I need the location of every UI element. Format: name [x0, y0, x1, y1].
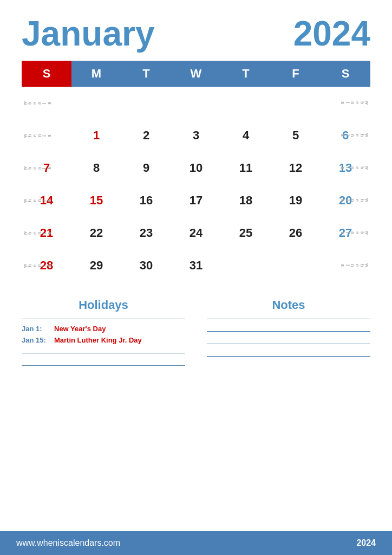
- col-thursday: T: [221, 61, 271, 87]
- day-21: 21 whenis: [22, 217, 71, 249]
- calendar-page: January 2024 S M T W T F S whenis: [0, 0, 392, 555]
- col-monday: M: [71, 61, 121, 87]
- col-tuesday: T: [121, 61, 171, 87]
- day-11: 11: [221, 152, 271, 184]
- holidays-title: Holidays: [22, 298, 185, 312]
- day-7: 7 whenis: [22, 152, 71, 184]
- day-8: 8: [71, 152, 121, 184]
- note-line-1: [207, 319, 370, 319]
- day-31: 31: [171, 249, 221, 282]
- day-2: 2: [121, 119, 171, 152]
- day-empty: [271, 249, 321, 282]
- day-22: 22: [71, 217, 121, 249]
- day-25: 25: [221, 217, 271, 249]
- week-row: whenis whenis: [22, 87, 370, 119]
- day-16: 16: [121, 184, 171, 217]
- note-line-4: [207, 356, 370, 357]
- day-3: 3: [171, 119, 221, 152]
- holiday-date-1: Jan 1:: [22, 325, 54, 333]
- day-18: 18: [221, 184, 271, 217]
- day-20: 20 whenis: [321, 184, 370, 217]
- day-cell: [121, 87, 171, 119]
- footer: www.wheniscalendars.com 2024: [0, 531, 392, 555]
- col-wednesday: W: [171, 61, 221, 87]
- day-empty: whenis: [321, 249, 370, 282]
- day-26: 26: [271, 217, 321, 249]
- day-empty: [221, 249, 271, 282]
- day-4: 4: [221, 119, 271, 152]
- day-29: 29: [71, 249, 121, 282]
- day-1: 1: [71, 119, 121, 152]
- holiday-entry-1: Jan 1: New Year's Day: [22, 325, 185, 333]
- day-cell: [71, 87, 121, 119]
- calendar-header-row: S M T W T F S: [22, 61, 370, 87]
- col-sunday: S: [22, 61, 71, 87]
- note-line-3: [207, 344, 370, 344]
- holiday-line-3: [22, 353, 185, 353]
- day-cell: whenis: [22, 87, 71, 119]
- col-friday: F: [271, 61, 321, 87]
- col-saturday: S: [321, 61, 370, 87]
- holiday-entry-2: Jan 15: Martin Luther King Jr. Day: [22, 336, 185, 344]
- holidays-divider: [22, 319, 185, 319]
- calendar-body: whenis whenis whenis 1 2 3 4: [22, 87, 370, 282]
- day-cell: whenis: [321, 87, 370, 119]
- day-5: 5: [271, 119, 321, 152]
- day-13: 13 whenis: [321, 152, 370, 184]
- day-28: 28 whenis: [22, 249, 71, 282]
- day-19: 19: [271, 184, 321, 217]
- day-17: 17: [171, 184, 221, 217]
- calendar-header: January 2024: [22, 16, 370, 51]
- week-row: 14 whenis 15 16 17 18 19 20 whenis: [22, 184, 370, 217]
- notes-title: Notes: [207, 298, 370, 312]
- holidays-section: Holidays Jan 1: New Year's Day Jan 15: M…: [22, 298, 196, 522]
- day-30: 30: [121, 249, 171, 282]
- holiday-name-2: Martin Luther King Jr. Day: [54, 336, 142, 344]
- holiday-date-2: Jan 15:: [22, 336, 54, 344]
- year-title: 2024: [293, 16, 370, 51]
- holiday-name-1: New Year's Day: [54, 325, 106, 333]
- footer-year: 2024: [356, 538, 376, 548]
- bottom-section: Holidays Jan 1: New Year's Day Jan 15: M…: [22, 298, 370, 555]
- note-line-2: [207, 331, 370, 332]
- day-14: 14 whenis: [22, 184, 71, 217]
- day-9: 9: [121, 152, 171, 184]
- day-cell: [271, 87, 321, 119]
- calendar-table: S M T W T F S whenis whenis: [22, 61, 370, 282]
- day-12: 12: [271, 152, 321, 184]
- day-cell: whenis: [22, 119, 71, 152]
- day-27: 27 whenis: [321, 217, 370, 249]
- day-23: 23: [121, 217, 171, 249]
- day-cell: [171, 87, 221, 119]
- week-row: whenis 1 2 3 4 5 6 whenis: [22, 119, 370, 152]
- week-row: 28 whenis 29 30 31 whenis: [22, 249, 370, 282]
- day-10: 10: [171, 152, 221, 184]
- day-cell: [221, 87, 271, 119]
- month-title: January: [22, 16, 154, 51]
- footer-url: www.wheniscalendars.com: [16, 538, 120, 548]
- holiday-line-4: [22, 365, 185, 366]
- day-15: 15: [71, 184, 121, 217]
- week-row: 7 whenis 8 9 10 11 12 13 whenis: [22, 152, 370, 184]
- day-6: 6 whenis: [321, 119, 370, 152]
- week-row: 21 whenis 22 23 24 25 26 27 whenis: [22, 217, 370, 249]
- notes-section: Notes: [196, 298, 370, 522]
- day-24: 24: [171, 217, 221, 249]
